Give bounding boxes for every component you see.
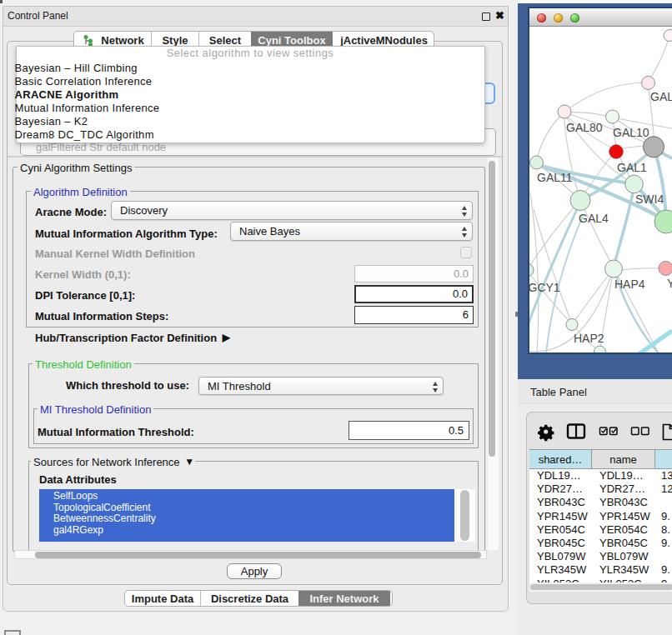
svg-text:GAL1: GAL1 bbox=[617, 161, 647, 174]
svg-text:GAL4: GAL4 bbox=[579, 212, 609, 225]
svg-text:GCY1: GCY1 bbox=[529, 281, 560, 294]
svg-text:HAP2: HAP2 bbox=[574, 332, 604, 345]
svg-text:GAL11: GAL11 bbox=[537, 171, 573, 184]
svg-text:GAL7: GAL7 bbox=[650, 90, 672, 103]
svg-text:GAL10: GAL10 bbox=[613, 126, 649, 139]
svg-text:SWI4: SWI4 bbox=[635, 192, 664, 206]
svg-text:HAP4: HAP4 bbox=[614, 278, 645, 291]
svg-text:Y: Y bbox=[667, 277, 672, 290]
svg-text:GAL80: GAL80 bbox=[566, 121, 603, 134]
